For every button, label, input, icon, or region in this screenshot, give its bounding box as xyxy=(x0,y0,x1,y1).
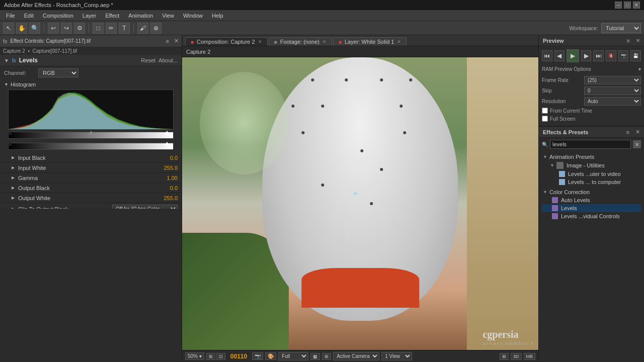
clone-tool[interactable]: ⊕ xyxy=(150,23,162,34)
output-black-handle[interactable] xyxy=(7,142,12,146)
preview-menu-icon[interactable]: ≡ xyxy=(627,38,630,44)
redo-btn[interactable]: ↪ xyxy=(61,23,72,34)
full-screen-label: Full Screen xyxy=(550,116,576,122)
effects-close-btn[interactable]: ✕ xyxy=(635,129,640,135)
input-white-handle-bar[interactable] xyxy=(165,131,170,135)
brush-tool[interactable]: 🖌 xyxy=(137,23,148,34)
menu-animation[interactable]: Animation xyxy=(124,12,157,20)
color-correction-header[interactable]: ▼ Color Correction xyxy=(542,188,641,196)
preview-close-btn[interactable]: ✕ xyxy=(636,38,640,43)
gamma-value[interactable]: 1.00 xyxy=(152,175,178,181)
ram-preview-arrow[interactable]: ▾ xyxy=(638,66,641,72)
effect-expand-icon[interactable]: ▼ xyxy=(4,58,9,63)
quality-select[interactable]: Full Half Quarter xyxy=(278,352,308,360)
snapshot-btn[interactable]: 📷 xyxy=(252,352,263,360)
comp-tab-layer[interactable]: ■ Layer: White Solid 1 ✕ xyxy=(333,37,407,46)
clip-black-dropdown[interactable]: Off for 32 bpc Color xyxy=(112,205,178,209)
full-screen-row: Full Screen xyxy=(542,115,641,123)
gamma-expand[interactable]: ▶ xyxy=(10,175,16,181)
fit-view-btn[interactable]: ⊞ xyxy=(206,353,215,360)
next-frame-btn[interactable]: ▶ xyxy=(581,50,592,61)
menu-window[interactable]: Window xyxy=(179,12,207,20)
skip-label: Skip xyxy=(542,88,582,94)
channel-btn[interactable]: 🎨 xyxy=(265,352,276,360)
minimize-button[interactable]: ─ xyxy=(615,2,622,9)
pen-tool[interactable]: ✏ xyxy=(106,23,117,34)
levels-uter-to-video-item[interactable]: Levels ...uter to video xyxy=(549,170,641,178)
skip-row: Skip 0 1 2 xyxy=(542,85,641,96)
zoom-select[interactable]: 50% ▾ xyxy=(185,352,204,360)
levels-item[interactable]: Levels xyxy=(542,204,641,212)
workspace-select[interactable]: Tutorial xyxy=(601,23,641,33)
comp-tab-footage[interactable]: ■ Footage: (none) ✕ xyxy=(269,37,332,46)
undo-btn[interactable]: ↩ xyxy=(48,23,59,34)
menu-help[interactable]: Help xyxy=(208,12,227,20)
menu-file[interactable]: File xyxy=(2,12,19,20)
snapshot-btn2[interactable]: 📷 xyxy=(618,50,629,61)
input-black-handle[interactable] xyxy=(7,131,12,135)
input-white-expand[interactable]: ▶ xyxy=(10,165,16,171)
views-select[interactable]: 1 View 2 Views 4 Views xyxy=(381,352,412,360)
play-btn[interactable]: ▶ xyxy=(567,49,579,62)
3d-btn[interactable]: 3D xyxy=(511,353,522,360)
text-tool[interactable]: T xyxy=(119,23,130,34)
last-frame-btn[interactable]: ⏭ xyxy=(593,50,604,61)
grid-btn[interactable]: ⊞ xyxy=(322,353,331,360)
from-current-checkbox[interactable] xyxy=(542,108,548,114)
reset-button[interactable]: Reset xyxy=(141,57,155,63)
transparency-btn[interactable]: ▦ xyxy=(310,353,320,360)
input-black-expand[interactable]: ▶ xyxy=(10,155,16,161)
preset-icon-1 xyxy=(559,171,565,177)
frame-rate-select[interactable]: (25) (30) (24) xyxy=(584,76,641,84)
output-black-expand[interactable]: ▶ xyxy=(10,185,16,191)
auto-levels-item[interactable]: Auto Levels xyxy=(542,196,641,204)
skip-select[interactable]: 0 1 2 xyxy=(584,86,641,95)
output-white-expand[interactable]: ▶ xyxy=(10,195,16,201)
selection-tool[interactable]: ↖ xyxy=(3,23,14,34)
maximize-button[interactable]: □ xyxy=(624,2,631,9)
region-btn[interactable]: ⊡ xyxy=(216,353,225,360)
motion-blur-btn[interactable]: MB xyxy=(524,353,536,360)
guides-btn[interactable]: ⊞ xyxy=(500,353,509,360)
audio-btn[interactable]: 🔇 xyxy=(606,50,616,61)
about-button[interactable]: About... xyxy=(158,57,178,63)
gamma-handle[interactable] xyxy=(89,131,94,135)
input-white-value[interactable]: 255.0 xyxy=(152,165,178,171)
animation-presets-header[interactable]: ▼ Animation Presets xyxy=(542,153,641,161)
input-slider[interactable] xyxy=(8,132,174,139)
comp-tab-capture2[interactable]: ■ Composition: Capture 2 ✕ xyxy=(185,37,268,46)
save-preview-btn[interactable]: 💾 xyxy=(630,50,641,61)
input-black-value[interactable]: 0.0 xyxy=(152,155,178,161)
image-utilities-header[interactable]: ▼ Image - Utilities xyxy=(549,161,641,170)
histogram-expand[interactable]: ▼ xyxy=(4,82,9,87)
menu-view[interactable]: View xyxy=(158,12,178,20)
zoom-tool[interactable]: 🔍 xyxy=(29,23,40,34)
camera-select[interactable]: Active Camera Front Top xyxy=(333,352,379,360)
first-frame-btn[interactable]: ⏮ xyxy=(542,50,552,61)
effects-clear-btn[interactable]: ✕ xyxy=(633,140,641,148)
output-black-value[interactable]: 0.0 xyxy=(152,185,178,191)
close-button[interactable]: ✕ xyxy=(633,2,640,9)
resolution-select[interactable]: Auto Full Half xyxy=(584,97,641,106)
levels-to-computer-item[interactable]: Levels ... to computer xyxy=(549,178,641,186)
panel-close-icon[interactable]: ✕ xyxy=(174,38,179,44)
rect-tool[interactable]: □ xyxy=(93,23,104,34)
render-btn[interactable]: ⚙ xyxy=(74,23,85,34)
output-white-value[interactable]: 255.0 xyxy=(152,195,178,201)
comp-tab-close[interactable]: ✕ xyxy=(258,39,262,44)
output-slider[interactable] xyxy=(8,143,174,150)
menu-effect[interactable]: Effect xyxy=(101,12,123,20)
channel-select[interactable]: RGB Red Green Blue Alpha xyxy=(38,68,78,77)
prev-frame-btn[interactable]: ◀ xyxy=(554,50,565,61)
effects-search-input[interactable] xyxy=(550,140,631,149)
full-screen-checkbox[interactable] xyxy=(542,116,548,122)
output-white-handle[interactable] xyxy=(165,142,170,146)
menu-composition[interactable]: Composition xyxy=(39,12,77,20)
levels-individual-item[interactable]: Levels ...vidual Controls xyxy=(542,212,641,220)
hand-tool[interactable]: ✋ xyxy=(16,23,27,34)
panel-menu-icon[interactable]: ≡ xyxy=(166,38,169,44)
app-title: Adobe After Effects - Roschach_Comp.aep … xyxy=(4,2,615,8)
menu-edit[interactable]: Edit xyxy=(20,12,38,20)
menu-layer[interactable]: Layer xyxy=(78,12,101,20)
effects-menu-icon[interactable]: ≡ xyxy=(626,129,629,135)
